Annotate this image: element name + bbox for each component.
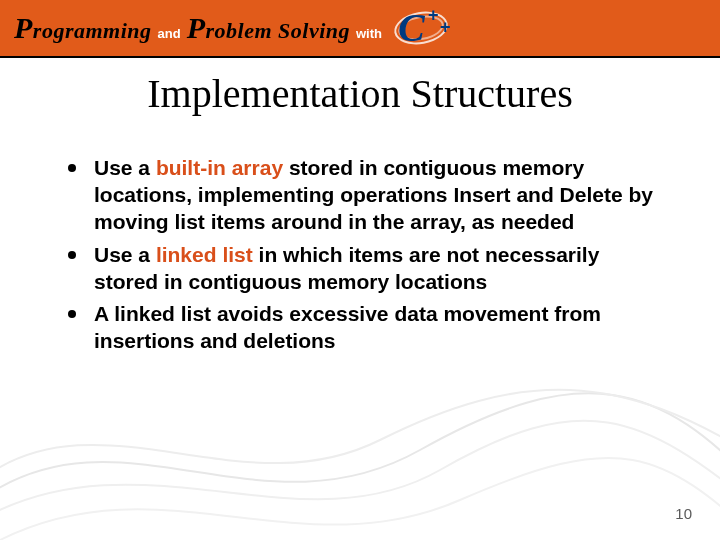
list-item: A linked list avoids excessive data move… (68, 301, 660, 355)
word-and: and (158, 26, 181, 41)
word-with: with (356, 26, 382, 41)
bullet-icon (68, 164, 76, 172)
bullet-text: Use a linked list in which items are not… (94, 242, 660, 296)
page-number: 10 (675, 505, 692, 522)
bullet-list: Use a built-in array stored in contiguou… (0, 117, 720, 355)
list-item: Use a linked list in which items are not… (68, 242, 660, 296)
book-banner: Programming and Problem Solving with C +… (0, 0, 720, 58)
bullet-icon (68, 310, 76, 318)
slide: Programming and Problem Solving with C +… (0, 0, 720, 540)
list-item: Use a built-in array stored in contiguou… (68, 155, 660, 236)
brand-text: Programming and Problem Solving with (14, 11, 390, 45)
cpp-plus-1: + (428, 5, 439, 26)
cpp-logo: C + + (392, 8, 456, 48)
bullet-text: Use a built-in array stored in contiguou… (94, 155, 660, 236)
highlight-text: built-in array (156, 156, 283, 179)
cpp-plus-2: + (440, 17, 451, 38)
word-programming: Programming (14, 11, 152, 45)
bullet-text: A linked list avoids excessive data move… (94, 301, 660, 355)
highlight-text: linked list (156, 243, 253, 266)
slide-title: Implementation Structures (0, 70, 720, 117)
cpp-letter-c: C (398, 4, 425, 51)
background-swirl (0, 340, 720, 540)
bullet-icon (68, 251, 76, 259)
word-problem-solving: Problem Solving (187, 11, 350, 45)
